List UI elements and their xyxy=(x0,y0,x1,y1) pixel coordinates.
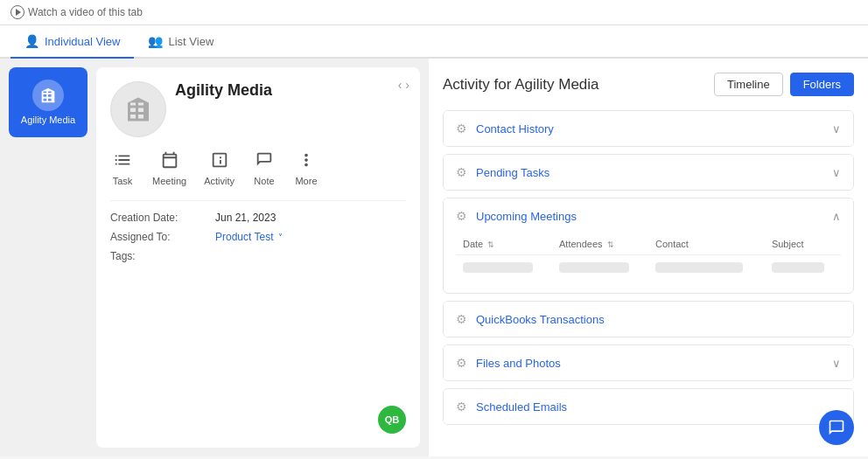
action-more-label: More xyxy=(295,176,317,186)
section-pending-tasks-header[interactable]: ⚙ Pending Tasks ∨ xyxy=(444,155,853,190)
company-avatar xyxy=(32,80,64,111)
tab-individual-label: Individual View xyxy=(45,35,120,48)
nav-arrows: ‹ › xyxy=(398,78,410,92)
action-icons: Task Meeting xyxy=(110,148,406,186)
action-activity-label: Activity xyxy=(204,176,234,186)
section-scheduled-emails: ⚙ Scheduled Emails xyxy=(443,388,854,425)
note-icon xyxy=(252,148,276,172)
main-layout: Agility Media ‹ › Agility Media xyxy=(0,59,868,456)
action-note-label: Note xyxy=(254,176,274,186)
creation-date-row: Creation Date: Jun 21, 2023 xyxy=(110,212,406,224)
assigned-to-row: Assigned To: Product Test ˅ xyxy=(110,231,406,243)
action-meeting-label: Meeting xyxy=(152,176,186,186)
action-more[interactable]: More xyxy=(294,148,318,186)
section-contact-history: ⚙ Contact History ∨ xyxy=(443,110,854,147)
meetings-table: Date ⇅ Attendees ⇅ Contact Sub xyxy=(456,233,841,282)
action-task[interactable]: Task xyxy=(110,148,135,186)
action-task-label: Task xyxy=(113,176,133,186)
skeleton-date xyxy=(463,262,533,273)
skeleton-attendees xyxy=(559,262,629,273)
prev-arrow[interactable]: ‹ xyxy=(398,78,402,92)
col-attendees[interactable]: Attendees ⇅ xyxy=(552,233,648,255)
more-icon xyxy=(294,148,318,172)
top-bar: Watch a video of this tab xyxy=(0,0,868,25)
contact-header: Agility Media xyxy=(110,81,406,137)
action-meeting[interactable]: Meeting xyxy=(152,148,186,186)
section-files-photos-header[interactable]: ⚙ Files and Photos ∨ xyxy=(444,345,853,380)
task-icon xyxy=(110,148,135,172)
tab-list-view[interactable]: 👥 List View xyxy=(134,25,228,59)
action-note[interactable]: Note xyxy=(252,148,276,186)
quickbooks-badge[interactable]: QB xyxy=(378,406,406,434)
timeline-button[interactable]: Timeline xyxy=(714,73,783,96)
scheduled-emails-title: Scheduled Emails xyxy=(476,400,841,414)
files-photos-gear-icon: ⚙ xyxy=(456,356,467,370)
section-upcoming-meetings-header[interactable]: ⚙ Upcoming Meetings ∧ xyxy=(444,198,853,233)
watch-video-label: Watch a video of this tab xyxy=(28,6,143,18)
meeting-icon xyxy=(158,148,182,172)
contact-history-title: Contact History xyxy=(476,122,832,136)
sidebar-company-name: Agility Media xyxy=(21,115,75,125)
tab-list-label: List View xyxy=(168,35,214,48)
action-activity[interactable]: Activity xyxy=(204,148,234,186)
quickbooks-title: QuickBooks Transactions xyxy=(476,313,841,326)
col-date[interactable]: Date ⇅ xyxy=(456,233,552,255)
attendees-sort-icon: ⇅ xyxy=(607,240,614,249)
quickbooks-gear-icon: ⚙ xyxy=(456,312,467,326)
tags-label: Tags: xyxy=(110,250,215,262)
upcoming-meetings-title: Upcoming Meetings xyxy=(476,210,832,223)
contact-history-gear-icon: ⚙ xyxy=(456,122,467,136)
pending-tasks-title: Pending Tasks xyxy=(476,166,832,179)
activity-title: Activity for Agility Media xyxy=(443,76,599,94)
files-photos-chevron: ∨ xyxy=(832,357,841,370)
header-actions: Timeline Folders xyxy=(714,73,854,96)
assigned-to-value[interactable]: Product Test ˅ xyxy=(215,231,283,243)
creation-date-value: Jun 21, 2023 xyxy=(215,212,276,224)
upcoming-meetings-chevron: ∧ xyxy=(832,210,841,223)
folders-button[interactable]: Folders xyxy=(790,73,854,96)
list-view-icon: 👥 xyxy=(148,34,163,48)
upcoming-meetings-body: Date ⇅ Attendees ⇅ Contact Sub xyxy=(444,233,853,293)
scheduled-emails-gear-icon: ⚙ xyxy=(456,400,467,414)
chat-bubble[interactable] xyxy=(819,410,854,445)
contact-name: Agility Media xyxy=(175,81,406,100)
date-sort-icon: ⇅ xyxy=(487,240,494,249)
individual-view-icon: 👤 xyxy=(24,34,39,48)
tags-row: Tags: xyxy=(110,250,406,262)
contact-card-main: ‹ › Agility Media xyxy=(96,67,420,448)
skeleton-contact xyxy=(655,262,743,273)
tab-individual-view[interactable]: 👤 Individual View xyxy=(10,25,134,59)
section-contact-history-header[interactable]: ⚙ Contact History ∨ xyxy=(444,111,853,146)
activity-header: Activity for Agility Media Timeline Fold… xyxy=(443,73,854,96)
table-row xyxy=(456,255,841,283)
contact-card[interactable]: Agility Media xyxy=(9,67,88,137)
pending-tasks-gear-icon: ⚙ xyxy=(456,165,467,179)
assigned-to-label: Assigned To: xyxy=(110,231,215,243)
section-quickbooks-header[interactable]: ⚙ QuickBooks Transactions xyxy=(444,302,853,337)
play-icon xyxy=(10,5,24,19)
files-photos-title: Files and Photos xyxy=(476,357,832,370)
activity-icon xyxy=(207,148,232,172)
tab-bar: 👤 Individual View 👥 List View xyxy=(0,25,868,59)
left-panel: Agility Media ‹ › Agility Media xyxy=(0,59,429,456)
next-arrow[interactable]: › xyxy=(405,78,410,92)
contact-info: Agility Media xyxy=(175,81,406,137)
contact-avatar xyxy=(110,81,166,137)
section-files-photos: ⚙ Files and Photos ∨ xyxy=(443,344,854,381)
chat-icon xyxy=(828,419,845,436)
section-upcoming-meetings: ⚙ Upcoming Meetings ∧ Date ⇅ Attendees xyxy=(443,198,854,294)
col-subject: Subject xyxy=(765,233,841,255)
avatar-icon xyxy=(122,94,154,125)
pending-tasks-chevron: ∨ xyxy=(832,166,841,179)
play-triangle xyxy=(16,9,21,16)
section-quickbooks: ⚙ QuickBooks Transactions xyxy=(443,301,854,337)
watch-video-link[interactable]: Watch a video of this tab xyxy=(10,5,143,19)
contact-sidebar: Agility Media xyxy=(9,67,88,448)
section-pending-tasks: ⚙ Pending Tasks ∨ xyxy=(443,154,854,191)
skeleton-subject xyxy=(772,262,824,273)
contact-history-chevron: ∨ xyxy=(832,122,841,136)
contact-details: Creation Date: Jun 21, 2023 Assigned To:… xyxy=(110,200,406,262)
left-panel-row: Agility Media ‹ › Agility Media xyxy=(9,67,420,448)
section-scheduled-emails-header[interactable]: ⚙ Scheduled Emails xyxy=(444,389,853,424)
right-panel: Activity for Agility Media Timeline Fold… xyxy=(429,59,868,456)
